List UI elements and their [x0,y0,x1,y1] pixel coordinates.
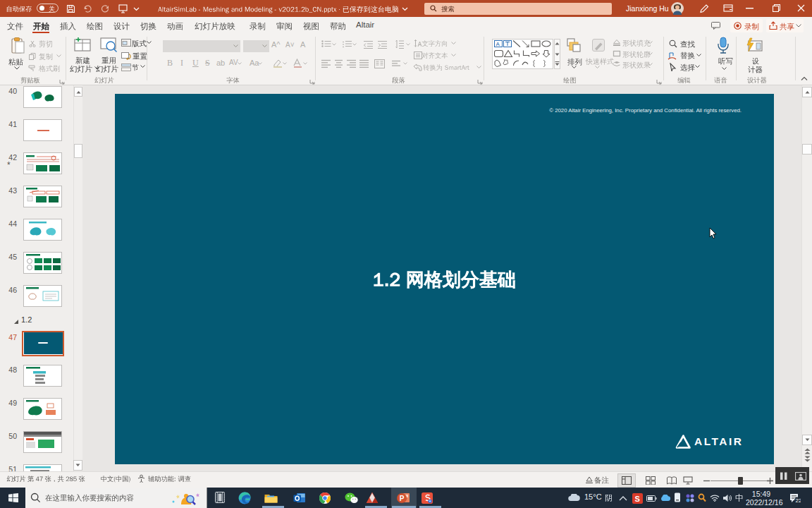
svg-text:P: P [400,495,405,502]
svg-text:A: A [496,41,500,47]
svg-text:S: S [635,495,640,503]
svg-text:22: 22 [796,497,801,503]
